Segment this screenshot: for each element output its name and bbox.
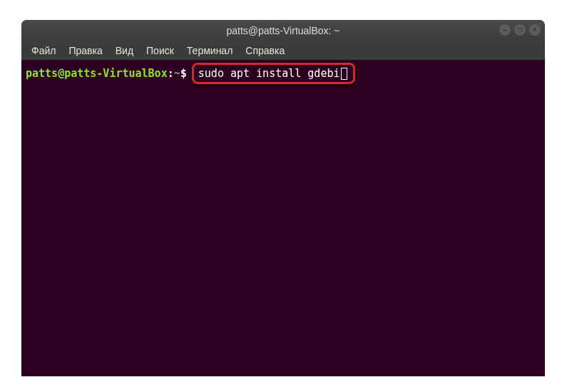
menu-edit[interactable]: Правка — [63, 43, 108, 58]
close-button[interactable]: × — [529, 24, 541, 36]
menu-view[interactable]: Вид — [110, 43, 139, 58]
menu-terminal[interactable]: Терминал — [181, 43, 238, 58]
prompt-colon: : — [168, 66, 174, 81]
menu-search[interactable]: Поиск — [141, 43, 180, 58]
terminal-window: patts@patts-VirtualBox: ~ – □ × Файл Пра… — [21, 20, 545, 376]
cursor-icon — [341, 68, 347, 80]
prompt-symbol: $ — [180, 66, 187, 81]
prompt-user-host: patts@patts-VirtualBox — [26, 66, 168, 81]
prompt-path: ~ — [174, 66, 180, 81]
maximize-button[interactable]: □ — [514, 24, 526, 36]
terminal-line: patts@patts-VirtualBox:~$ sudo apt insta… — [26, 63, 541, 84]
menubar: Файл Правка Вид Поиск Терминал Справка — [21, 41, 545, 60]
command-highlight: sudo apt install gdebi — [192, 63, 355, 84]
window-controls: – □ × — [499, 24, 541, 36]
menu-help[interactable]: Справка — [240, 43, 290, 58]
command-text: sudo apt install gdebi — [198, 66, 340, 81]
titlebar: patts@patts-VirtualBox: ~ – □ × — [21, 20, 545, 41]
terminal-area[interactable]: patts@patts-VirtualBox:~$ sudo apt insta… — [21, 60, 545, 376]
minimize-button[interactable]: – — [499, 24, 511, 36]
window-title: patts@patts-VirtualBox: ~ — [226, 25, 339, 36]
menu-file[interactable]: Файл — [26, 43, 61, 58]
